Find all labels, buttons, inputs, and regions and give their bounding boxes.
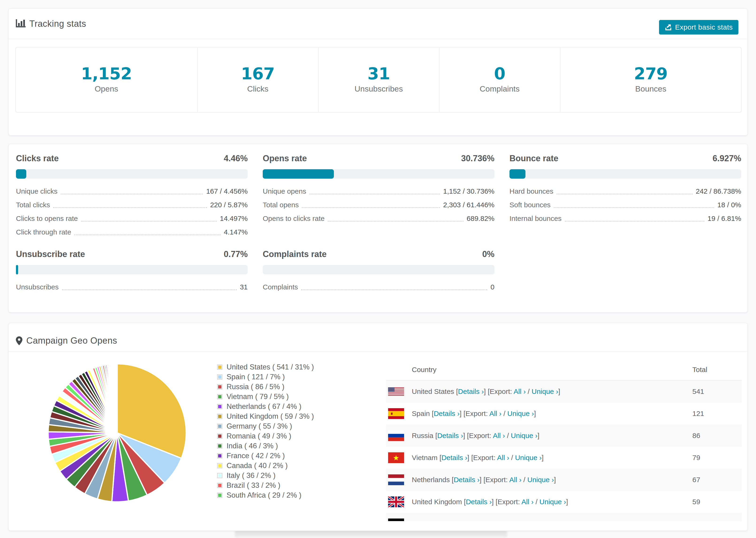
rate-percent: 4.46%	[224, 153, 248, 163]
rate-row-value: 31	[240, 283, 248, 291]
rate-row-value: 2,303 / 61.446%	[443, 201, 495, 209]
dotted-leader	[62, 290, 237, 290]
geo-row-country: Spain [Details ›] [Export: All › / Uniqu…	[412, 409, 536, 418]
legend-label: South Africa ( 29 / 2% )	[227, 491, 301, 500]
geo-opens-table: Country Total United States [Details ›] …	[386, 359, 742, 521]
geo-row-total: 121	[692, 409, 704, 418]
rate-row: Unique clicks 167 / 4.456%	[16, 185, 248, 198]
rate-row-label: Unique clicks	[16, 187, 58, 195]
legend-item-romania: Romania ( 49 / 3% )	[217, 431, 314, 441]
export-all-link[interactable]: All ›	[514, 388, 526, 395]
export-all-link[interactable]: All ›	[489, 409, 502, 417]
dotted-leader	[302, 207, 440, 208]
export-all-link[interactable]: All ›	[500, 520, 513, 521]
rate-row: Clicks to opens rate 14.497%	[16, 212, 248, 225]
dotted-leader	[81, 221, 216, 222]
legend-item-italy: Italy ( 36 / 2% )	[217, 471, 314, 480]
dotted-leader	[61, 194, 203, 194]
gb-flag-icon	[388, 497, 404, 507]
rate-row: Complaints 0	[263, 280, 495, 294]
export-basic-stats-label: Export basic stats	[675, 23, 733, 31]
stat-label: Bounces	[635, 84, 666, 93]
legend-item-germany: Germany ( 55 / 3% )	[217, 421, 314, 431]
export-unique-link[interactable]: Unique ›	[511, 432, 537, 439]
rate-row-label: Opens to clicks rate	[263, 215, 324, 223]
tracking-stats-header: Tracking stats	[9, 9, 747, 39]
legend-swatch	[217, 424, 222, 429]
legend-swatch	[217, 394, 222, 399]
geo-table-row-gb: United Kingdom [Details ›] [Export: All …	[386, 491, 742, 513]
export-unique-link[interactable]: Unique ›	[527, 476, 554, 484]
geo-row-total: 55	[692, 520, 700, 521]
legend-swatch	[217, 414, 222, 419]
legend-swatch	[217, 463, 222, 468]
geo-table-header-total: Total	[692, 366, 707, 374]
rate-row: Total clicks 220 / 5.87%	[16, 198, 248, 212]
geo-row-total: 79	[692, 454, 700, 462]
stat-box-unsubscribes: 31 Unsubscribes	[318, 47, 439, 112]
export-unique-link[interactable]: Unique ›	[507, 409, 534, 417]
export-unique-link[interactable]: Unique ›	[518, 520, 545, 521]
rate-row-value: 220 / 5.87%	[210, 201, 248, 209]
legend-label: United Kingdom ( 59 / 3% )	[227, 412, 314, 421]
campaign-geo-opens-card: Campaign Geo Opens United States ( 541 /…	[8, 323, 748, 531]
geo-opens-pie-chart	[47, 362, 188, 503]
export-unique-link[interactable]: Unique ›	[515, 454, 542, 461]
geo-row-total: 541	[692, 388, 704, 396]
legend-label: Vietnam ( 79 / 5% )	[227, 393, 289, 401]
rate-percent: 30.736%	[461, 153, 495, 163]
dotted-leader	[53, 207, 207, 208]
dotted-leader	[75, 235, 220, 235]
legend-item-russia: Russia ( 86 / 5% )	[217, 382, 314, 392]
export-unique-link[interactable]: Unique ›	[531, 388, 558, 395]
progress-track	[263, 265, 495, 274]
legend-swatch	[217, 404, 222, 409]
export-unique-link[interactable]: Unique ›	[540, 498, 566, 506]
geo-table-header-country: Country	[412, 366, 436, 374]
legend-swatch	[217, 483, 222, 488]
export-basic-stats-button[interactable]: Export basic stats	[659, 20, 738, 34]
geo-table-row-ru: Russia [Details ›] [Export: All › / Uniq…	[386, 425, 742, 447]
details-link[interactable]: Details ›	[458, 388, 484, 395]
rate-row: Unsubscribes 31	[16, 280, 248, 294]
legend-swatch	[217, 434, 222, 439]
bar-chart-icon	[16, 19, 26, 28]
rate-title: Bounce rate	[510, 153, 558, 163]
export-all-link[interactable]: All ›	[509, 476, 521, 484]
details-link[interactable]: Details ›	[434, 409, 459, 417]
tracking-stats-title: Tracking stats	[29, 19, 86, 29]
progress-fill	[16, 169, 26, 179]
progress-track	[263, 169, 495, 179]
rate-row-value: 14.497%	[220, 215, 248, 223]
vn-flag-icon	[388, 452, 404, 463]
rate-row-label: Soft bounces	[510, 201, 551, 209]
rate-percent: 6.927%	[713, 153, 741, 163]
ru-flag-icon	[388, 430, 404, 441]
rate-row-value: 18 / 0%	[717, 201, 741, 209]
legend-swatch	[217, 384, 222, 389]
legend-swatch	[217, 443, 222, 449]
rate-row-label: Complaints	[263, 283, 298, 291]
export-all-link[interactable]: All ›	[521, 498, 534, 506]
geo-row-total: 86	[692, 432, 700, 440]
details-link[interactable]: Details ›	[437, 432, 463, 439]
legend-label: United States ( 541 / 31% )	[227, 363, 314, 371]
legend-swatch	[217, 473, 222, 478]
details-link[interactable]: Details ›	[466, 498, 492, 506]
legend-label: Brazil ( 33 / 2% )	[227, 481, 280, 490]
details-link[interactable]: Details ›	[454, 476, 479, 484]
rate-row: Unique opens 1,152 / 30.736%	[263, 185, 495, 198]
export-all-link[interactable]: All ›	[493, 432, 505, 439]
legend-item-united-kingdom: United Kingdom ( 59 / 3% )	[217, 411, 314, 421]
stat-value: 0	[494, 64, 505, 83]
dotted-leader	[328, 221, 463, 222]
geo-row-country: Russia [Details ›] [Export: All › / Uniq…	[412, 432, 540, 440]
export-all-link[interactable]: All ›	[497, 454, 509, 461]
dotted-leader	[554, 207, 714, 208]
pie-slice-other-57	[117, 364, 117, 433]
geo-table-row-de: Germany [Details ›] [Export: All › / Uni…	[386, 513, 742, 521]
legend-label: Canada ( 40 / 2% )	[227, 461, 288, 470]
details-link[interactable]: Details ›	[445, 520, 470, 521]
geo-row-country: Germany [Details ›] [Export: All › / Uni…	[412, 520, 547, 521]
details-link[interactable]: Details ›	[441, 454, 467, 461]
